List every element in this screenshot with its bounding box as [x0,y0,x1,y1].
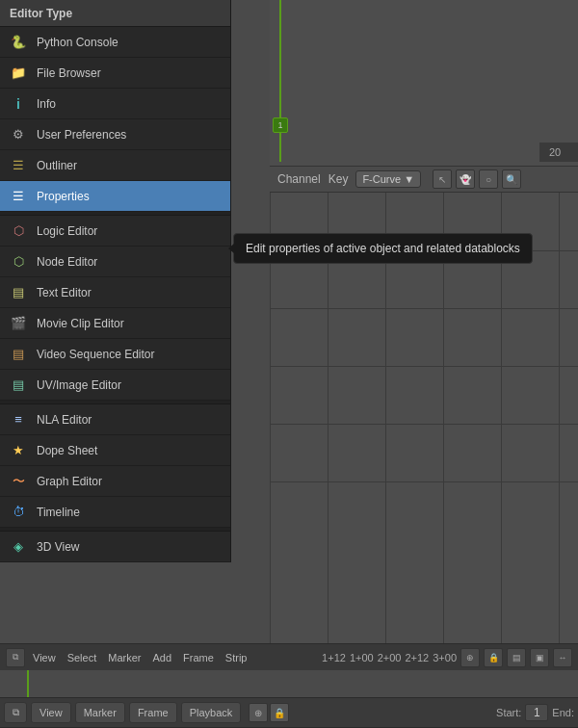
grid-v-4 [443,193,444,670]
editor-type-menu: Editor Type 🐍 Python Console 📁 File Brow… [0,0,231,562]
strip-icon-5[interactable]: ↔ [553,648,572,667]
menu-item-logic-editor[interactable]: ⬡ Logic Editor [0,216,230,247]
playback-lock-btn[interactable]: 🔒 [270,703,289,722]
strip-marker-label[interactable]: Marker [104,652,144,663]
menu-header: Editor Type [0,0,230,27]
node-label: Node Editor [37,255,97,269]
ghost-icon[interactable]: 👻 [456,169,475,189]
grid-v-3 [385,193,386,670]
playhead-bottom [27,670,29,697]
menu-item-nla[interactable]: ≡ NLA Editor [0,404,230,435]
strip-num-5: 3+00 [433,652,457,663]
cursor-icon[interactable]: ↖ [433,169,452,189]
circle-icon[interactable]: ○ [479,169,498,189]
strip-num-4: 2+12 [405,652,429,663]
menu-item-vse[interactable]: ▤ Video Sequence Editor [0,339,230,370]
fcurve-label: F-Curve [362,173,401,185]
frame-marker: 1 [273,117,288,133]
menu-item-node-editor[interactable]: ⬡ Node Editor [0,247,230,277]
view-icon: ⧉ [13,652,18,663]
channel-label[interactable]: Channel [277,172,321,186]
menu-item-text-editor[interactable]: ▤ Text Editor [0,277,230,308]
start-value[interactable]: 1 [525,704,548,721]
fcurve-dropdown[interactable]: F-Curve ▼ [355,170,421,188]
strip-num-2: 1+00 [350,652,374,663]
strip-icon-1[interactable]: ⊕ [460,648,480,667]
properties-icon: ☰ [10,188,27,205]
user-prefs-icon: ⚙ [10,126,27,143]
uv-label: UV/Image Editor [37,378,121,392]
properties-label: Properties [37,190,90,203]
menu-item-movie-clip[interactable]: 🎬 Movie Clip Editor [0,308,230,339]
search-icon[interactable]: 🔍 [502,169,521,189]
strip-num-1: 1+12 [322,652,346,663]
strip-add-label[interactable]: Add [148,652,175,663]
menu-item-properties[interactable]: ☰ Properties [0,181,230,212]
strip-frame-label[interactable]: Frame [179,652,218,663]
grid-h-3 [270,366,578,367]
graph-label: Graph Editor [37,475,102,488]
menu-item-graph-editor[interactable]: 〜 Graph Editor [0,466,230,497]
menu-item-3d-view[interactable]: ◈ 3D View [0,532,230,562]
view-toolbar-btn[interactable]: View [31,702,71,723]
logic-label: Logic Editor [37,224,97,238]
outliner-icon: ☰ [10,157,27,174]
node-icon: ⬡ [10,253,27,271]
menu-item-dope-sheet[interactable]: ★ Dope Sheet [0,435,230,466]
info-icon: i [10,95,27,113]
strip-icon-4[interactable]: ▣ [530,648,549,667]
tooltip-text: Edit properties of active object and rel… [246,242,520,255]
menu-item-user-preferences[interactable]: ⚙ User Preferences [0,119,230,150]
grid-v-6 [559,193,560,670]
playback-toolbar-btn[interactable]: Playback [181,702,242,723]
logic-icon: ⬡ [10,222,27,240]
playback-loop-btn[interactable]: ⊕ [249,703,268,722]
graph-editor-area [270,193,578,670]
strip-toolbar: ⧉ View Select Marker Add Frame Strip 1+1… [0,643,578,670]
ruler-num-1: 20 [549,146,561,158]
strip-num-3: 2+00 [378,652,402,663]
menu-item-info[interactable]: i Info [0,89,230,119]
playback-icon-btn[interactable]: ⧉ [4,702,27,723]
menu-item-timeline[interactable]: ⏱ Timeline [0,497,230,528]
ruler-numbers: 20 40 60 80 100 [539,143,578,162]
graph-icon: 〜 [10,473,27,490]
key-label[interactable]: Key [328,172,349,186]
menu-title: Editor Type [10,7,72,20]
movieclip-label: Movie Clip Editor [37,317,124,330]
vse-label: Video Sequence Editor [37,348,155,361]
info-label: Info [37,97,56,111]
grid-h-2 [270,308,578,309]
strip-strip-label[interactable]: Strip [222,652,251,663]
view-btn-strip[interactable]: ⧉ [6,648,25,667]
bottom-toolbar: ⧉ View Marker Frame Playback ⊕ 🔒 Start: … [0,697,578,728]
dope-icon: ★ [10,442,27,459]
start-label: Start: [496,707,521,718]
strip-select-label[interactable]: Select [64,652,101,663]
movieclip-icon: 🎬 [10,315,27,332]
header-icons: ↖ 👻 ○ 🔍 [433,169,521,189]
header-bar: Channel Key F-Curve ▼ ↖ 👻 ○ 🔍 [270,166,578,193]
grid-v-1 [270,193,271,670]
strip-icon-2[interactable]: 🔒 [484,648,503,667]
timeline-label: Timeline [37,506,80,519]
menu-item-uv[interactable]: ▤ UV/Image Editor [0,370,230,401]
frame-toolbar-btn[interactable]: Frame [129,702,177,723]
file-browser-icon: 📁 [10,65,27,82]
python-console-label: Python Console [37,36,118,49]
menu-item-outliner[interactable]: ☰ Outliner [0,150,230,181]
tooltip: Edit properties of active object and rel… [233,233,533,264]
strip-icon-3[interactable]: ▤ [507,648,526,667]
playhead-line-top [279,0,281,162]
vse-icon: ▤ [10,346,27,363]
menu-item-file-browser[interactable]: 📁 File Browser [0,58,230,89]
grid-h-5 [270,481,578,482]
nla-label: NLA Editor [37,413,92,427]
uv-icon: ▤ [10,377,27,394]
marker-toolbar-btn[interactable]: Marker [75,702,125,723]
outliner-label: Outliner [37,159,77,172]
strip-view-label[interactable]: View [29,652,60,663]
menu-item-python-console[interactable]: 🐍 Python Console [0,27,230,58]
file-browser-label: File Browser [37,66,101,80]
timeline-icon: ⏱ [10,504,27,521]
